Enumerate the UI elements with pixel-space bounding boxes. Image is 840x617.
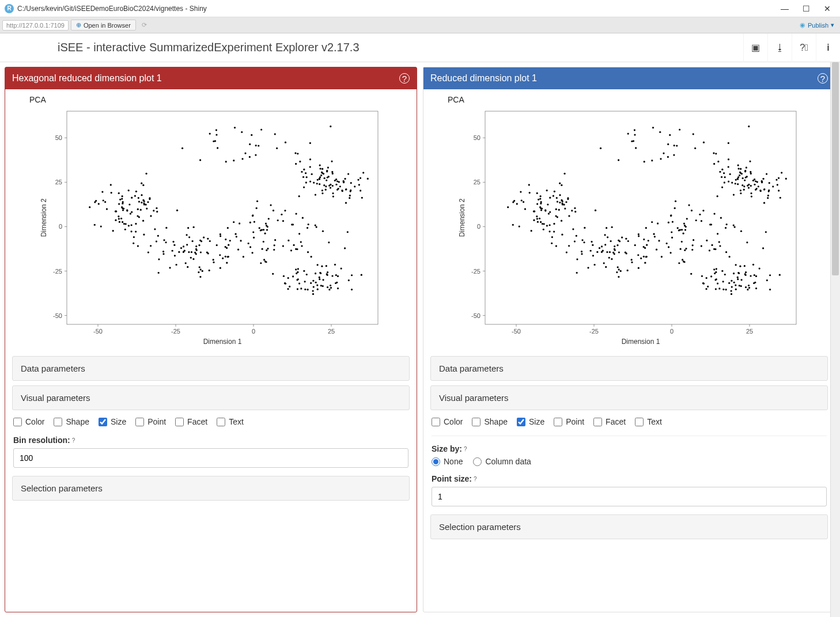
svg-point-396	[330, 126, 331, 127]
panel-help-icon[interactable]: ?	[399, 73, 410, 84]
checkbox-text[interactable]: Text	[217, 417, 244, 426]
checkbox-facet[interactable]: Facet	[593, 417, 626, 426]
svg-point-493	[564, 207, 566, 209]
svg-point-763	[735, 285, 736, 286]
svg-point-484	[557, 216, 558, 218]
help-tooltip-icon[interactable]: ?	[474, 476, 477, 482]
svg-point-145	[191, 240, 193, 242]
svg-point-404	[299, 161, 301, 162]
svg-point-199	[199, 240, 201, 241]
svg-point-573	[576, 259, 578, 260]
svg-point-394	[309, 142, 311, 144]
help-tooltip-icon[interactable]: ?	[72, 437, 75, 444]
minimize-button[interactable]: —	[781, 4, 789, 13]
scrollbar[interactable]	[830, 62, 840, 617]
svg-point-546	[627, 270, 629, 271]
checkbox-point[interactable]: Point	[554, 417, 584, 426]
point-size-input[interactable]	[432, 487, 827, 506]
selection-parameters-box[interactable]: Selection parameters	[12, 476, 410, 501]
svg-point-268	[301, 171, 302, 173]
svg-point-816	[663, 152, 664, 154]
svg-point-507	[549, 211, 551, 213]
svg-point-567	[645, 256, 647, 258]
close-button[interactable]: ✕	[824, 4, 831, 13]
svg-point-463	[540, 195, 542, 197]
visual-checkbox-row: Color Shape Size Point Facet Text	[432, 417, 827, 426]
plot-container-right[interactable]: -50-25025-50-2502550Dimension 1Dimension…	[430, 105, 828, 349]
svg-point-86	[94, 224, 96, 226]
svg-point-314	[332, 185, 334, 187]
reload-icon[interactable]: ⟳	[138, 21, 150, 29]
radio-column-data[interactable]: Column data	[473, 457, 531, 466]
checkbox-facet[interactable]: Facet	[175, 417, 207, 426]
svg-point-560	[625, 238, 627, 240]
image-icon[interactable]: ▣	[743, 33, 767, 62]
svg-point-259	[328, 176, 330, 177]
data-parameters-box[interactable]: Data parameters	[430, 356, 828, 381]
visual-parameters-box[interactable]: Visual parameters	[430, 385, 828, 410]
data-parameters-box[interactable]: Data parameters	[12, 356, 410, 381]
bin-resolution-input[interactable]	[13, 448, 408, 468]
open-in-browser-button[interactable]: ⊕ Open in Browser	[71, 20, 136, 31]
svg-point-102	[198, 271, 199, 273]
svg-point-760	[714, 272, 716, 274]
svg-point-272	[313, 182, 315, 184]
checkbox-color[interactable]: Color	[13, 417, 44, 426]
info-icon[interactable]: i	[816, 33, 840, 62]
svg-point-118	[200, 251, 202, 253]
svg-point-558	[596, 251, 598, 253]
svg-point-712	[744, 170, 746, 172]
svg-point-62	[111, 192, 112, 194]
browser-toolbar: http://127.0.0.1:7109 ⊕ Open in Browser …	[0, 17, 840, 33]
svg-point-664	[737, 183, 739, 185]
help-header-icon[interactable]: ?⃝	[792, 33, 816, 62]
svg-point-473	[562, 200, 563, 202]
svg-point-300	[336, 189, 338, 191]
checkbox-size[interactable]: Size	[99, 417, 126, 426]
svg-point-315	[361, 197, 363, 199]
help-tooltip-icon[interactable]: ?	[464, 446, 467, 452]
svg-point-771	[745, 286, 747, 288]
window-title: C:/Users/kevin/Git/iSEEDemoEuroBioC2024/…	[17, 5, 781, 13]
svg-point-468	[540, 203, 542, 205]
svg-point-388	[255, 154, 256, 156]
publish-button[interactable]: ◉ Publish ▾	[800, 21, 838, 29]
download-icon[interactable]: ⭳	[767, 33, 792, 62]
svg-point-667	[728, 181, 729, 183]
svg-point-729	[742, 177, 744, 179]
maximize-button[interactable]: ☐	[803, 4, 810, 13]
svg-point-345	[320, 285, 322, 286]
visual-parameters-box[interactable]: Visual parameters	[12, 385, 410, 410]
svg-point-206	[265, 261, 267, 263]
svg-point-458	[558, 209, 560, 211]
svg-point-108	[199, 266, 200, 268]
radio-none[interactable]: None	[432, 457, 463, 466]
svg-point-452	[548, 230, 550, 232]
svg-point-745	[748, 285, 750, 286]
svg-point-46	[131, 197, 133, 199]
checkbox-text[interactable]: Text	[635, 417, 662, 426]
plot-container-left[interactable]: -50-25025-50-2502550Dimension 1Dimension…	[12, 105, 410, 349]
svg-point-518	[617, 266, 619, 268]
checkbox-point[interactable]: Point	[135, 417, 166, 426]
svg-point-136	[209, 270, 210, 271]
svg-point-755	[739, 285, 740, 286]
scroll-thumb[interactable]	[832, 62, 839, 275]
checkbox-shape[interactable]: Shape	[472, 417, 507, 426]
svg-point-111	[183, 245, 184, 247]
checkbox-size[interactable]: Size	[517, 417, 544, 426]
svg-point-153	[174, 255, 176, 256]
svg-point-689	[733, 194, 735, 195]
svg-point-564	[621, 237, 623, 239]
svg-point-323	[287, 277, 289, 279]
checkbox-shape[interactable]: Shape	[54, 417, 89, 426]
svg-point-21	[176, 210, 178, 211]
url-box[interactable]: http://127.0.0.1:7109	[2, 20, 69, 31]
svg-point-728	[740, 192, 741, 194]
svg-point-403	[209, 133, 211, 134]
checkbox-color[interactable]: Color	[432, 417, 463, 426]
panel-help-icon[interactable]: ?	[818, 73, 828, 84]
svg-point-82	[122, 209, 124, 211]
selection-parameters-box[interactable]: Selection parameters	[430, 514, 828, 539]
svg-point-63	[143, 200, 145, 202]
